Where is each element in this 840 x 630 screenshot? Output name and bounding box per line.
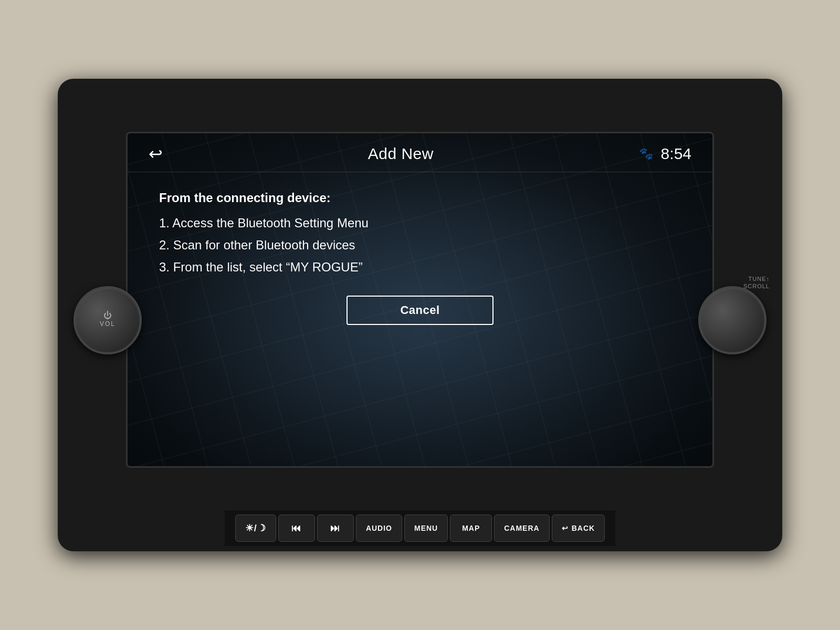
clock-display: 8:54 [661,145,691,163]
screen-header: ↩ Add New 🐾 8:54 [128,133,712,172]
cancel-button[interactable]: Cancel [346,296,494,325]
camera-button[interactable]: CAMERA [494,514,549,542]
power-icon: ⏻ [103,311,112,320]
bottom-button-bar: ☀/☽ ⏮ ⏭ AUDIO MENU MAP CAMERA ↩ BACK [225,510,615,546]
vol-label: VOL [100,320,116,328]
brightness-button[interactable]: ☀/☽ [235,514,276,542]
step-1: 1. Access the Bluetooth Setting Menu [159,216,681,230]
map-button[interactable]: MAP [450,514,492,542]
step-3: 3. From the list, select “MY ROGUE” [159,260,681,275]
back-hw-icon: ↩ [562,524,569,532]
screen-content: ↩ Add New 🐾 8:54 From the connecting dev… [128,133,712,466]
next-track-button[interactable]: ⏭ [317,514,354,542]
screen-wrapper: ↩ Add New 🐾 8:54 From the connecting dev… [68,89,772,510]
header-right: 🐾 8:54 [639,145,691,163]
screen-title: Add New [368,145,434,163]
audio-button[interactable]: AUDIO [356,514,402,542]
bluetooth-icon: 🐾 [639,147,653,161]
menu-button[interactable]: MENU [404,514,448,542]
tune-label: TUNE↑ SCROLL [743,275,770,290]
instruction-intro: From the connecting device: [159,191,681,205]
step-2: 2. Scan for other Bluetooth devices [159,238,681,253]
back-hw-label: BACK [572,524,595,532]
main-screen: ↩ Add New 🐾 8:54 From the connecting dev… [126,132,714,468]
cancel-area: Cancel [159,296,681,325]
back-hw-button[interactable]: ↩ BACK [552,514,605,542]
main-content: From the connecting device: 1. Access th… [128,172,712,338]
back-button[interactable]: ↩ [149,144,163,164]
car-infotainment-unit: ↩ Add New 🐾 8:54 From the connecting dev… [58,79,782,551]
prev-track-button[interactable]: ⏮ [278,514,315,542]
instruction-list: 1. Access the Bluetooth Setting Menu 2. … [159,216,681,275]
